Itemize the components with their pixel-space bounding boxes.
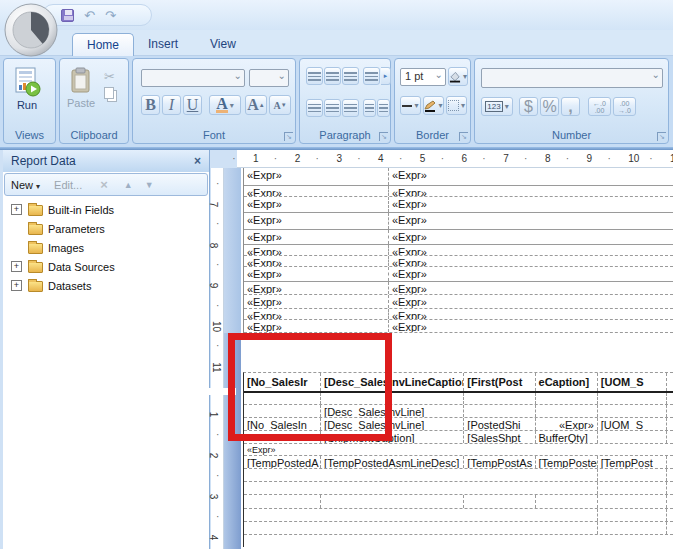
paste-button[interactable]: Paste bbox=[67, 67, 95, 109]
table-cell[interactable]: [TempPost bbox=[597, 456, 666, 468]
move-up-icon[interactable]: ▲ bbox=[124, 180, 133, 190]
font-size-combobox[interactable] bbox=[249, 69, 289, 87]
align-left-button[interactable] bbox=[306, 99, 323, 117]
expand-icon[interactable]: + bbox=[11, 204, 22, 215]
tree-item-parameters[interactable]: Parameters bbox=[3, 219, 209, 238]
table-cell[interactable]: «Expr» bbox=[535, 418, 597, 430]
table-cell[interactable]: [UOM_S bbox=[597, 418, 666, 430]
new-button[interactable]: New ▾ bbox=[11, 179, 40, 191]
row-handle-column-top[interactable] bbox=[224, 168, 241, 333]
expr-textbox[interactable]: «Expr» bbox=[244, 295, 388, 308]
table-cell[interactable] bbox=[244, 469, 597, 481]
table-cell[interactable] bbox=[244, 495, 320, 508]
bold-button[interactable]: B bbox=[141, 95, 160, 115]
tree-item-built-in-fields[interactable]: + Built-in Fields bbox=[3, 200, 209, 219]
cut-button[interactable]: ✂ bbox=[104, 69, 115, 84]
application-button[interactable] bbox=[3, 2, 59, 58]
number-dialog-launcher[interactable]: ↘ bbox=[657, 132, 666, 141]
table-cell[interactable] bbox=[597, 522, 666, 534]
table-cell[interactable] bbox=[463, 405, 534, 417]
table-cell[interactable] bbox=[666, 495, 673, 508]
percent-button[interactable]: % bbox=[540, 97, 559, 116]
decrease-decimals-button[interactable]: .00→.0 bbox=[613, 97, 636, 116]
expr-textbox[interactable]: «Expr» bbox=[388, 168, 673, 185]
table-cell[interactable] bbox=[597, 509, 666, 521]
table-cell[interactable] bbox=[535, 405, 597, 417]
font-dialog-launcher[interactable]: ↘ bbox=[284, 132, 293, 141]
number-format-combobox[interactable] bbox=[481, 68, 663, 88]
copy-icon[interactable] bbox=[104, 87, 114, 99]
shrink-font-button[interactable]: A▼ bbox=[269, 95, 291, 115]
bullet-list-button[interactable] bbox=[363, 99, 376, 117]
expr-textbox[interactable]: «Expr» bbox=[244, 282, 388, 294]
table-cell[interactable] bbox=[666, 431, 673, 443]
table-cell[interactable] bbox=[666, 482, 673, 494]
italic-button[interactable]: I bbox=[162, 95, 181, 115]
expr-textbox[interactable]: «Expr» bbox=[244, 309, 388, 319]
fill-color-button[interactable]: ▾ bbox=[448, 67, 468, 86]
expr-textbox[interactable]: «Expr» bbox=[244, 245, 388, 255]
table-cell[interactable]: [SalesShpt bbox=[463, 431, 534, 443]
decrease-indent-button[interactable] bbox=[363, 67, 380, 85]
move-down-icon[interactable]: ▼ bbox=[145, 180, 154, 190]
increase-decimals-button[interactable]: ←.0.00 bbox=[588, 97, 611, 116]
expr-textbox[interactable]: «Expr» bbox=[244, 444, 673, 455]
expr-textbox[interactable]: «Expr» bbox=[388, 230, 673, 244]
expr-textbox[interactable]: «Expr» bbox=[244, 256, 388, 266]
align-middle-button[interactable] bbox=[324, 67, 341, 85]
expr-textbox[interactable]: «Expr» bbox=[388, 267, 673, 281]
expr-textbox[interactable]: «Expr» bbox=[388, 245, 673, 255]
table-cell[interactable] bbox=[597, 431, 666, 443]
align-right-button[interactable] bbox=[342, 99, 359, 117]
edit-button[interactable]: Edit... bbox=[54, 179, 82, 191]
underline-button[interactable]: U bbox=[183, 95, 202, 115]
numbered-list-button[interactable] bbox=[377, 99, 390, 117]
table-cell[interactable] bbox=[666, 393, 673, 404]
header-cell[interactable]: [First(Post bbox=[463, 373, 534, 391]
table-cell[interactable] bbox=[666, 509, 673, 521]
table-cell[interactable] bbox=[244, 522, 597, 534]
expr-textbox[interactable]: «Expr» bbox=[244, 230, 388, 244]
font-color-button[interactable]: A ▾ bbox=[209, 95, 241, 115]
align-bottom-button[interactable] bbox=[342, 67, 359, 85]
undo-icon[interactable]: ↶ bbox=[84, 9, 95, 22]
table-cell[interactable] bbox=[666, 522, 673, 534]
expr-textbox[interactable]: «Expr» bbox=[388, 282, 673, 294]
table-cell[interactable]: [TempPosted bbox=[535, 456, 597, 468]
currency-button[interactable]: $ bbox=[519, 97, 538, 116]
expr-textbox[interactable]: «Expr» bbox=[388, 295, 673, 308]
border-dialog-launcher[interactable]: ↘ bbox=[459, 132, 468, 141]
paragraph-dialog-launcher[interactable]: ↘ bbox=[379, 132, 388, 141]
line-style-button[interactable]: ▾ bbox=[400, 96, 421, 115]
table-cell[interactable]: [TempPostedA bbox=[244, 456, 320, 468]
header-cell[interactable] bbox=[666, 373, 673, 391]
align-center-button[interactable] bbox=[324, 99, 341, 117]
increase-indent-button[interactable]: ▸ bbox=[381, 67, 391, 85]
comma-button[interactable]: , bbox=[561, 97, 580, 116]
expr-textbox[interactable]: «Expr» bbox=[244, 213, 388, 229]
tab-insert[interactable]: Insert bbox=[134, 33, 192, 56]
table-cell[interactable]: [TempPostAs bbox=[463, 456, 534, 468]
tree-item-data-sources[interactable]: + Data Sources bbox=[3, 257, 209, 276]
delete-icon[interactable]: × bbox=[100, 177, 108, 192]
run-button[interactable]: Run bbox=[13, 67, 41, 111]
expr-textbox[interactable]: «Expr» bbox=[388, 197, 673, 212]
redo-icon[interactable]: ↷ bbox=[105, 9, 116, 22]
table-cell[interactable]: BufferQty] bbox=[535, 431, 597, 443]
table-cell[interactable] bbox=[597, 482, 666, 494]
table-cell[interactable]: [TempPostedAsmLineDesc] bbox=[320, 456, 463, 468]
table-cell[interactable] bbox=[666, 418, 673, 430]
table-cell[interactable]: [PostedShi bbox=[463, 418, 534, 430]
expr-textbox[interactable]: «Expr» bbox=[244, 186, 388, 196]
header-cell[interactable]: eCaption] bbox=[535, 373, 597, 391]
table-cell[interactable] bbox=[244, 509, 597, 521]
save-icon[interactable] bbox=[61, 9, 74, 22]
table-cell[interactable] bbox=[320, 495, 463, 508]
header-cell[interactable]: [UOM_S bbox=[597, 373, 666, 391]
font-name-combobox[interactable] bbox=[141, 69, 245, 87]
expr-textbox[interactable]: «Expr» bbox=[388, 213, 673, 229]
expr-textbox[interactable]: «Expr» bbox=[388, 309, 673, 319]
table-cell[interactable] bbox=[597, 405, 666, 417]
table-cell[interactable] bbox=[597, 469, 666, 481]
table-cell[interactable] bbox=[666, 405, 673, 417]
